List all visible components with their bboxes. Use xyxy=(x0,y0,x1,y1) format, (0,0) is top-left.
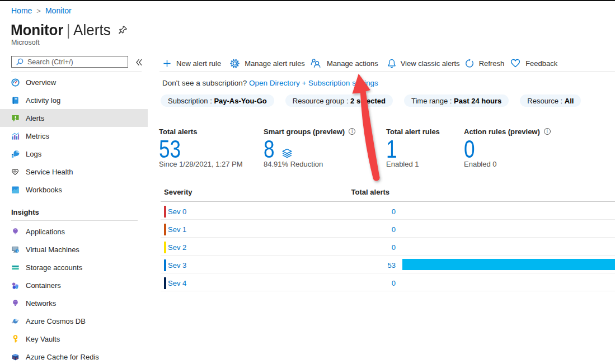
svg-text:ul: ul xyxy=(16,151,18,153)
